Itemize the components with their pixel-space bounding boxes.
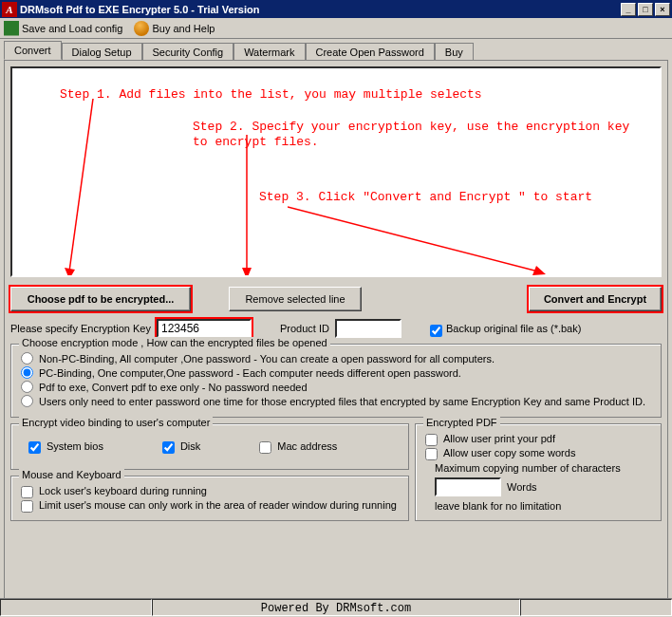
mouse-keyboard-legend: Mouse and Keyboard [19,469,124,480]
svg-marker-3 [242,268,252,277]
anno-step3: Step 3. Click "Convert and Encrypt " to … [259,190,592,204]
anno-step1: Step 1. Add files into the list, you may… [60,87,482,102]
max-copy-input[interactable] [435,477,501,496]
app-icon: A [2,2,17,17]
maximize-button[interactable]: □ [638,3,653,16]
window-title: DRMsoft Pdf to EXE Encrypter 5.0 - Trial… [20,4,259,15]
menu-save-config[interactable]: Save and Load config [4,21,122,36]
allow-print[interactable]: Allow user print your pdf [423,432,653,444]
bind-disk[interactable]: Disk [160,439,200,452]
mode-one-time-password[interactable]: Users only need to enter password one ti… [19,395,653,407]
mouse-keyboard-group: Mouse and Keyboard Lock user's keyboard … [10,476,409,521]
tab-dialog-setup[interactable]: Dialog Setup [62,43,142,62]
key-row: Please specify Encryption Key Product ID… [10,319,662,338]
words-label: Words [507,481,537,493]
svg-marker-1 [65,268,75,277]
minimize-button[interactable]: _ [621,3,636,16]
svg-line-4 [288,207,538,271]
close-button[interactable]: × [655,3,670,16]
max-copy-label: Maximum copying number of characters [435,462,653,474]
tab-create-open-password[interactable]: Create Open Password [306,43,435,62]
status-bar: Powered By DRMsoft.com [0,598,672,617]
product-id-input[interactable] [335,319,401,338]
mode-non-pc-binding[interactable]: Non-PC-Binding, All computer ,One passwo… [19,352,653,365]
button-row: Choose pdf to be encrypted... Remove sel… [10,287,662,311]
encrypted-pdf-group: Encrypted PDF Allow user print your pdf … [415,423,662,521]
allow-copy[interactable]: Allow user copy some words [423,446,653,458]
save-icon [4,21,19,36]
encryption-key-input[interactable] [157,319,252,338]
anno-step2b: to encrypt files. [193,135,319,149]
status-powered-by: Powered By DRMsoft.com [152,599,520,616]
remove-line-button[interactable]: Remove selected line [229,287,362,311]
svg-line-0 [69,99,93,271]
product-id-label: Product ID [280,323,329,334]
encryption-mode-legend: Choose encryption mode , How can the enc… [19,337,330,348]
binding-group: Encrypt video binding to user's computer… [10,423,409,470]
tab-convert[interactable]: Convert [4,41,62,60]
binding-legend: Encrypt video binding to user's computer [19,417,213,428]
file-list[interactable]: Step 1. Add files into the list, you may… [10,66,662,277]
encryption-mode-group: Choose encryption mode , How can the enc… [10,344,662,418]
bind-bios[interactable]: System bios [27,439,103,452]
limit-mouse[interactable]: Limit user's mouse can only work in the … [19,498,401,511]
title-bar: A DRMsoft Pdf to EXE Encrypter 5.0 - Tri… [0,0,672,18]
encryption-key-label: Please specify Encryption Key [10,323,151,334]
convert-encrypt-button[interactable]: Convert and Encrypt [529,287,662,311]
tab-security-config[interactable]: Security Config [142,43,234,62]
bind-mac[interactable]: Mac address [257,439,337,452]
mode-pdf-to-exe[interactable]: Pdf to exe, Convert pdf to exe only - No… [19,381,653,393]
tab-watermark[interactable]: Watermark [233,43,305,62]
mode-pc-binding[interactable]: PC-Binding, One computer,One password - … [19,366,653,379]
backup-label: Backup original file as (*.bak) [446,323,581,334]
menu-bar: Save and Load config Buy and Help [0,18,672,39]
backup-checkbox[interactable] [430,325,442,337]
encrypted-pdf-legend: Encrypted PDF [423,417,500,428]
tab-strip: Convert Dialog Setup Security Config Wat… [0,39,672,60]
anno-step2a: Step 2. Specify your encryption key, use… [193,120,629,134]
help-icon [134,21,149,36]
leave-blank-label: leave blank for no limitation [435,500,653,512]
svg-marker-5 [532,266,546,275]
menu-buy-help[interactable]: Buy and Help [134,21,215,36]
lock-keyboard[interactable]: Lock user's keyboard during running [19,484,401,496]
tab-panel: Step 1. Add files into the list, you may… [4,60,668,617]
tab-buy[interactable]: Buy [435,43,474,62]
choose-pdf-button[interactable]: Choose pdf to be encrypted... [10,287,191,311]
